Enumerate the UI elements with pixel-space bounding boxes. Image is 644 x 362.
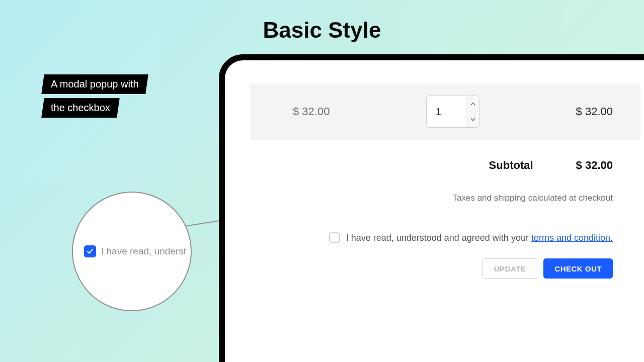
annotation-line-2: the checkbox — [41, 98, 119, 118]
quantity-decrement[interactable] — [466, 112, 479, 128]
update-button[interactable]: UPDATE — [482, 258, 538, 279]
annotation-callout: A modal popup with the checkbox — [43, 74, 147, 122]
quantity-stepper[interactable]: 1 — [426, 96, 479, 128]
terms-checkbox[interactable] — [329, 232, 340, 243]
subtotal-value: $ 32.00 — [576, 159, 613, 172]
checkout-button[interactable]: CHECK OUT — [543, 258, 613, 279]
terms-row: I have read, understood and agreed with … — [250, 232, 640, 243]
line-total: $ 32.00 — [506, 105, 613, 118]
terms-checkbox-checked — [84, 245, 96, 257]
zoom-terms-text: I have read, underst — [101, 246, 186, 257]
chevron-up-icon — [471, 103, 475, 105]
annotation-line-1: A modal popup with — [41, 74, 148, 94]
action-row: UPDATE CHECK OUT — [250, 258, 640, 279]
cart-line-item: $ 32.00 1 $ 32.00 — [250, 83, 640, 140]
subtotal-label: Subtotal — [489, 159, 533, 172]
terms-link[interactable]: terms and condition. — [531, 233, 613, 243]
quantity-value: 1 — [427, 106, 466, 118]
quantity-increment[interactable] — [466, 96, 479, 112]
zoom-lens: I have read, underst — [72, 192, 192, 311]
page-title: Basic Style — [263, 18, 381, 43]
unit-price: $ 32.00 — [293, 105, 399, 118]
check-icon — [87, 248, 94, 255]
terms-text: I have read, understood and agreed with … — [346, 233, 613, 243]
chevron-down-icon — [471, 118, 475, 121]
tax-shipping-note: Taxes and shipping calculated at checkou… — [250, 193, 640, 203]
device-frame: $ 32.00 1 $ 32.00 Subtotal $ 32.00 Taxes… — [219, 54, 644, 362]
subtotal-row: Subtotal $ 32.00 — [250, 159, 640, 172]
